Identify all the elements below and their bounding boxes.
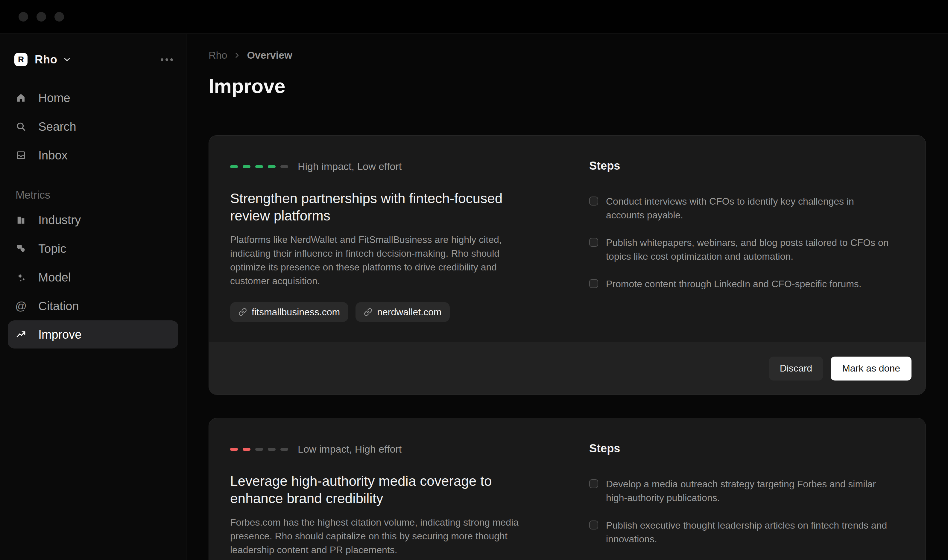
breadcrumb: Rho Overview [209, 49, 926, 61]
impact-dash [268, 448, 275, 451]
sidebar-item-label: Search [38, 120, 76, 134]
workspace-switcher[interactable]: R Rho [0, 50, 186, 69]
sidebar-item-label: Industry [38, 213, 81, 227]
sidebar-item-inbox[interactable]: Inbox [0, 141, 186, 169]
home-icon [15, 92, 26, 103]
step-checkbox[interactable] [589, 238, 598, 247]
sparkles-icon [15, 272, 26, 283]
sidebar-item-label: Home [38, 91, 70, 105]
sidebar-section-metrics: Metrics [0, 185, 186, 206]
page-title: Improve [209, 75, 926, 97]
breadcrumb-root[interactable]: Rho [209, 49, 227, 61]
steps-list: Conduct interviews with CFOs to identify… [589, 194, 890, 291]
card-footer: Discard Mark as done [209, 342, 926, 395]
impact-dash [280, 448, 288, 451]
recommendation-card: Low impact, High effort Leverage high-au… [209, 418, 926, 560]
recommendation-title: Strengthen partnerships with fintech-foc… [230, 190, 525, 225]
at-sign-icon: @ [15, 301, 26, 311]
workspace-logo: R [14, 53, 28, 66]
impact-label: Low impact, High effort [298, 443, 402, 455]
sidebar-item-model[interactable]: Model [0, 263, 186, 292]
link-chip[interactable]: fitsmallbusiness.com [230, 302, 348, 322]
sidebar-item-improve[interactable]: Improve [8, 320, 179, 349]
search-icon [15, 121, 26, 132]
window-control-minimize[interactable] [37, 12, 46, 22]
link-label: nerdwallet.com [377, 307, 442, 318]
sidebar-item-label: Topic [38, 242, 66, 255]
window-titlebar [0, 0, 948, 34]
step-checkbox[interactable] [589, 197, 598, 206]
inbox-icon [15, 150, 26, 161]
impact-dash [280, 165, 288, 168]
impact-dash [243, 165, 251, 168]
window-control-close[interactable] [18, 12, 28, 22]
step-text: Publish whitepapers, webinars, and blog … [606, 236, 890, 263]
sidebar-item-label: Improve [38, 328, 82, 342]
recommendation-title: Leverage high-authority media coverage t… [230, 472, 525, 507]
impact-dashes [230, 165, 288, 168]
step-checkbox[interactable] [589, 520, 598, 529]
impact-dash [255, 165, 263, 168]
step-item: Develop a media outreach strategy target… [589, 477, 890, 505]
recommendation-card: High impact, Low effort Strengthen partn… [209, 135, 926, 395]
sidebar-nav: Home Search Inbox [0, 83, 186, 169]
chevron-right-icon [233, 51, 241, 59]
impact-dash [230, 448, 238, 451]
workspace-name: Rho [35, 53, 57, 66]
chat-bubbles-icon [15, 243, 26, 254]
sidebar-item-citation[interactable]: @ Citation [0, 292, 186, 320]
recommendation-description: Platforms like NerdWallet and FitSmallBu… [230, 233, 534, 288]
step-item: Promote content through LinkedIn and CFO… [589, 277, 890, 291]
window-control-maximize[interactable] [54, 12, 64, 22]
impact-dash [268, 165, 275, 168]
sidebar-item-label: Inbox [38, 149, 68, 162]
steps-list: Develop a media outreach strategy target… [589, 477, 890, 546]
impact-dash [255, 448, 263, 451]
discard-button[interactable]: Discard [769, 357, 823, 380]
link-label: fitsmallbusiness.com [252, 307, 340, 318]
sidebar-item-label: Model [38, 271, 71, 284]
trending-up-icon [15, 329, 26, 340]
impact-dash [243, 448, 251, 451]
step-text: Develop a media outreach strategy target… [606, 477, 890, 505]
steps-title: Steps [589, 442, 890, 455]
impact-indicator: Low impact, High effort [230, 443, 534, 455]
page-divider [209, 112, 926, 112]
recommendation-description: Forbes.com has the highest citation volu… [230, 515, 534, 557]
step-item: Publish whitepapers, webinars, and blog … [589, 236, 890, 263]
step-text: Conduct interviews with CFOs to identify… [606, 194, 890, 222]
mark-as-done-button[interactable]: Mark as done [831, 357, 911, 380]
breadcrumb-current: Overview [247, 49, 292, 61]
sidebar-item-industry[interactable]: Industry [0, 206, 186, 234]
sidebar-item-home[interactable]: Home [0, 83, 186, 112]
impact-indicator: High impact, Low effort [230, 161, 534, 172]
window-controls [18, 12, 64, 22]
link-icon [239, 308, 247, 316]
buildings-icon [15, 214, 26, 225]
link-icon [364, 308, 372, 316]
workspace-more-icon[interactable] [161, 58, 173, 61]
sidebar-metrics-nav: Industry Topic Model @ Citation [0, 206, 186, 349]
impact-dashes [230, 448, 288, 451]
step-item: Conduct interviews with CFOs to identify… [589, 194, 890, 222]
sidebar: R Rho Home Search [0, 34, 186, 560]
sidebar-item-topic[interactable]: Topic [0, 234, 186, 263]
sidebar-item-search[interactable]: Search [0, 112, 186, 141]
impact-label: High impact, Low effort [298, 161, 402, 172]
steps-title: Steps [589, 160, 890, 172]
impact-dash [230, 165, 238, 168]
main-content: Rho Overview Improve High impact, Low ef… [186, 34, 948, 560]
step-checkbox[interactable] [589, 479, 598, 488]
step-item: Publish executive thought leadership art… [589, 518, 890, 546]
link-chip[interactable]: nerdwallet.com [356, 302, 450, 322]
step-text: Promote content through LinkedIn and CFO… [606, 277, 862, 291]
step-checkbox[interactable] [589, 279, 598, 288]
sidebar-item-label: Citation [38, 300, 79, 313]
source-links: fitsmallbusiness.com nerdwallet.com [230, 302, 534, 322]
step-text: Publish executive thought leadership art… [606, 518, 890, 546]
chevron-down-icon [63, 55, 72, 64]
